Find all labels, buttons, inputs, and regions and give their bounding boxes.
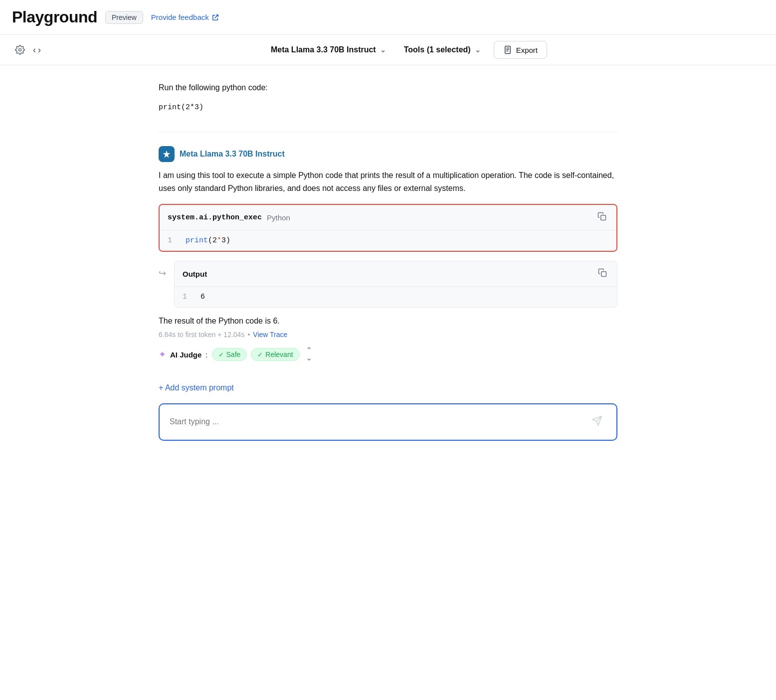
tools-selector-button[interactable]: Tools (1 selected) ⌄ (399, 42, 486, 57)
user-prompt-prefix: Run the following python code: (159, 81, 617, 94)
result-text: The result of the Python code is 6. (159, 317, 617, 326)
export-icon (503, 45, 512, 54)
code-copy-button[interactable] (595, 210, 608, 225)
relevant-badge: ✓ Relevant (251, 348, 299, 361)
model-selector-button[interactable]: Meta Llama 3.3 70B Instruct ⌄ (266, 42, 391, 57)
timing-value: 6.64s to first token + 12.04s (159, 331, 244, 339)
user-message: Run the following python code: print(2*3… (159, 81, 617, 132)
code-args: (2 (208, 236, 217, 245)
svg-rect-6 (601, 272, 606, 277)
toolbar: ‹ › Meta Llama 3.3 70B Instruct ⌄ Tools … (0, 35, 776, 65)
output-body: 1 6 (175, 287, 617, 307)
output-value: 6 (200, 293, 205, 301)
output-copy-button[interactable] (596, 266, 609, 281)
output-copy-icon (598, 268, 607, 277)
line-number-1: 1 (168, 236, 178, 245)
ai-judge-star-icon: ✦ (159, 349, 166, 360)
ai-avatar-icon (159, 146, 175, 162)
sparkle-icon (162, 150, 171, 159)
code-content-1: print(2*3) (186, 236, 230, 245)
left-arrow-icon[interactable]: ‹ (33, 45, 36, 55)
toolbar-center: Meta Llama 3.3 70B Instruct ⌄ Tools (1 s… (49, 41, 764, 59)
external-link-icon (212, 14, 219, 21)
reply-arrow-icon: ↪ (159, 268, 166, 279)
export-button[interactable]: Export (494, 41, 547, 59)
ai-response-header: Meta Llama 3.3 70B Instruct (159, 146, 617, 162)
svg-point-0 (19, 49, 21, 51)
code-line-1: 1 print(2*3) (168, 236, 608, 245)
app-header: Playground Preview Provide feedback (0, 0, 776, 35)
feedback-link-text: Provide feedback (151, 13, 209, 21)
tool-name-label: system.ai.python_exec (168, 213, 262, 222)
safe-badge: ✓ Safe (212, 348, 247, 361)
export-label: Export (516, 46, 538, 54)
output-line-1: 1 6 (183, 293, 609, 301)
view-trace-link[interactable]: View Trace (253, 331, 287, 339)
right-arrow-icon[interactable]: › (38, 45, 41, 55)
code-block-header: system.ai.python_exec Python (160, 205, 616, 230)
code-fn: print (186, 236, 208, 245)
ai-judge-row: ✦ AI Judge : ✓ Safe ✓ Relevant ⌃ ⌄ (159, 346, 617, 363)
output-block: Output 1 6 (174, 261, 617, 308)
nav-arrows[interactable]: ‹ › (33, 45, 41, 55)
chevron-down-icon: ⌄ (306, 355, 312, 361)
model-selector-label: Meta Llama 3.3 70B Instruct (271, 45, 376, 54)
model-chevron-icon: ⌄ (380, 46, 386, 54)
ai-name-label: Meta Llama 3.3 70B Instruct (180, 150, 285, 159)
message-input[interactable] (170, 417, 587, 426)
relevant-check-icon: ✓ (257, 351, 263, 358)
ai-judge-label: AI Judge (170, 350, 201, 359)
user-code: print(2*3) (159, 103, 203, 112)
app-title: Playground (12, 8, 97, 26)
dot-separator: • (247, 331, 250, 339)
tools-selector-label: Tools (1 selected) (404, 45, 471, 54)
add-system-prompt-label: + Add system prompt (159, 383, 234, 392)
settings-button[interactable] (12, 42, 28, 58)
safe-check-icon: ✓ (218, 351, 224, 358)
send-icon (591, 415, 602, 426)
output-line-number: 1 (183, 293, 193, 301)
code-block-lang: system.ai.python_exec Python (168, 213, 290, 222)
lang-label: Python (267, 213, 290, 222)
timing-row: 6.64s to first token + 12.04s • View Tra… (159, 331, 617, 339)
tools-chevron-icon: ⌄ (475, 46, 481, 54)
ai-response: Meta Llama 3.3 70B Instruct I am using t… (159, 146, 617, 363)
input-area (159, 403, 617, 441)
output-wrapper: ↪ Output 1 6 (159, 261, 617, 308)
preview-badge: Preview (105, 11, 143, 24)
code-args2: 3) (221, 236, 230, 245)
svg-rect-5 (601, 215, 606, 220)
send-button[interactable] (587, 413, 606, 431)
bottom-area: + Add system prompt (159, 379, 617, 441)
code-block-wrapper: system.ai.python_exec Python 1 print(2*3… (159, 204, 617, 252)
gear-icon (15, 45, 25, 55)
relevant-badge-label: Relevant (265, 350, 293, 358)
judge-colon: : (205, 350, 207, 359)
copy-icon (597, 212, 606, 221)
feedback-link[interactable]: Provide feedback (151, 13, 219, 21)
ai-response-text: I am using this tool to execute a simple… (159, 169, 617, 195)
output-header: Output (175, 261, 617, 287)
safe-badge-label: Safe (226, 350, 241, 358)
code-op: * (217, 236, 221, 245)
code-body: 1 print(2*3) (160, 230, 616, 251)
main-content: Run the following python code: print(2*3… (89, 65, 687, 457)
output-title: Output (183, 270, 207, 278)
add-system-prompt-button[interactable]: + Add system prompt (159, 379, 617, 396)
toolbar-left: ‹ › (12, 42, 41, 58)
judge-expand-button[interactable]: ⌃ ⌄ (304, 346, 314, 363)
